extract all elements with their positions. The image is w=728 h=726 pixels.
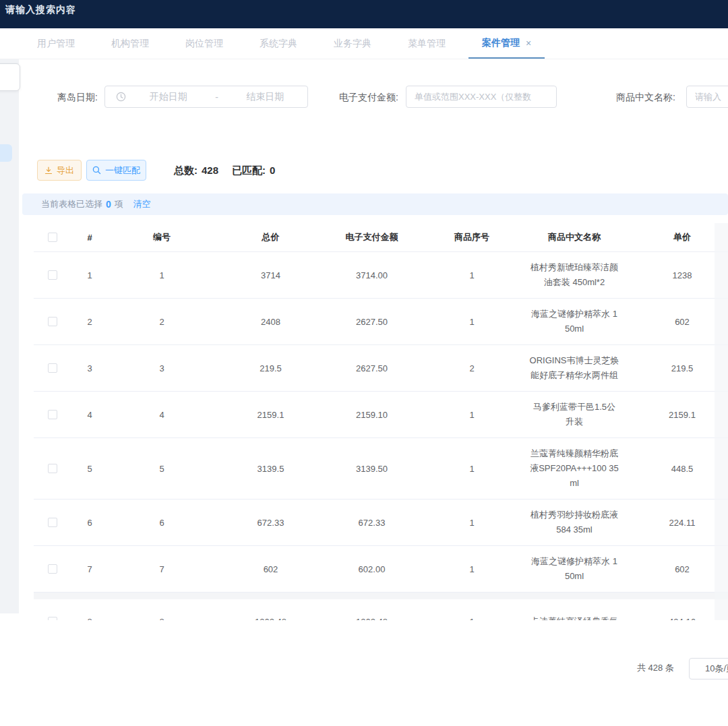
cell-index: 7 bbox=[71, 564, 108, 574]
cell-seq: 1 bbox=[418, 410, 526, 420]
product-name-filter-label: 商品中文名称: bbox=[616, 92, 675, 104]
matched-value: 0 bbox=[270, 164, 275, 177]
tab-post-management[interactable]: 岗位管理 bbox=[185, 28, 223, 59]
row-checkbox[interactable] bbox=[48, 464, 57, 473]
cell-total: 2159.1 bbox=[216, 410, 326, 420]
cell-product-name: ORIGINS韦博士灵芝焕能好底子精华水两件组 bbox=[529, 353, 619, 383]
cell-epay: 3139.50 bbox=[326, 464, 418, 474]
cell-epay: 672.33 bbox=[326, 518, 418, 528]
table-row: 4 4 2159.1 2159.10 1 马爹利蓝带干邑1.5公升装 2159.… bbox=[34, 392, 728, 438]
cell-unit-price: 602 bbox=[623, 564, 728, 574]
col-header-name: 商品中文名称 bbox=[526, 223, 623, 251]
table-body: 1 1 3714 3714.00 1 植村秀新琥珀臻萃洁颜油套装 450ml*2… bbox=[34, 252, 728, 620]
global-search-input[interactable]: 请输入搜索内容 bbox=[5, 4, 76, 16]
col-header-unit: 单价 bbox=[623, 231, 728, 243]
table-row: 2 2 2408 2627.50 1 海蓝之谜修护精萃水 150ml 602 bbox=[34, 299, 728, 345]
tab-case-management[interactable]: 案件管理 × bbox=[468, 28, 545, 59]
row-checkbox[interactable] bbox=[48, 617, 57, 620]
table-header-row: # 编号 总价 电子支付金额 商品序号 商品中文名称 单价 bbox=[34, 223, 728, 252]
total-label: 总数: bbox=[174, 164, 198, 177]
cell-unit-price: 1238 bbox=[623, 270, 728, 280]
row-checkbox[interactable] bbox=[48, 317, 57, 326]
epay-amount-input[interactable] bbox=[406, 86, 557, 108]
tab-case-management-label: 案件管理 bbox=[482, 37, 520, 49]
cell-epay: 2627.50 bbox=[326, 317, 418, 327]
cell-code: 1 bbox=[108, 270, 216, 280]
date-range-picker[interactable]: 开始日期 - 结束日期 bbox=[104, 86, 308, 108]
selection-count: 0 bbox=[106, 199, 111, 210]
cell-unit-price: 2159.1 bbox=[623, 410, 728, 420]
row-checkbox[interactable] bbox=[48, 270, 57, 280]
left-gutter bbox=[0, 59, 19, 613]
cell-code: 6 bbox=[108, 518, 216, 528]
clock-icon bbox=[116, 92, 126, 102]
cell-index: 4 bbox=[71, 410, 108, 420]
tab-org-management[interactable]: 机构管理 bbox=[111, 28, 149, 59]
cell-code: 3 bbox=[108, 363, 216, 373]
table-scroll-gap bbox=[34, 593, 728, 599]
collapsed-panel-fragment bbox=[0, 63, 20, 91]
cell-total: 602 bbox=[216, 564, 326, 574]
match-counts: 总数: 428 已匹配: 0 bbox=[174, 164, 275, 177]
table-row: 7 7 602 602.00 1 海蓝之谜修护精萃水 150ml 602 bbox=[34, 546, 728, 593]
date-separator: - bbox=[211, 92, 223, 102]
clear-selection-link[interactable]: 清空 bbox=[133, 198, 151, 210]
table-row: 1 1 3714 3714.00 1 植村秀新琥珀臻萃洁颜油套装 450ml*2… bbox=[34, 252, 728, 299]
cell-code: 7 bbox=[108, 564, 216, 574]
cell-total: 3139.5 bbox=[216, 464, 326, 474]
cell-epay: 602.00 bbox=[326, 564, 418, 574]
top-header-bar: 请输入搜索内容 bbox=[0, 0, 728, 28]
cell-product-name: 海蓝之谜修护精萃水 150ml bbox=[529, 307, 619, 336]
table-row: 5 5 3139.5 3139.50 1 兰蔻菁纯臻颜精华粉底液SPF20PA+… bbox=[34, 438, 728, 500]
close-icon[interactable]: × bbox=[526, 38, 531, 48]
cell-seq: 1 bbox=[418, 317, 526, 327]
cell-total: 1302.48 bbox=[216, 617, 326, 621]
epay-filter-label: 电子支付金额: bbox=[339, 92, 398, 104]
tab-system-dict[interactable]: 系统字典 bbox=[260, 28, 297, 59]
cell-code: 2 bbox=[108, 317, 216, 327]
cell-unit-price: 219.5 bbox=[623, 363, 728, 373]
edge-button-fragment[interactable] bbox=[0, 144, 12, 162]
row-checkbox[interactable] bbox=[48, 363, 57, 373]
cell-product-name: 卡诗菁纯亮泽经典香氛 bbox=[529, 614, 619, 620]
one-click-match-button[interactable]: 一键匹配 bbox=[86, 160, 146, 181]
tab-bar: 用户管理 机构管理 岗位管理 系统字典 业务字典 菜单管理 案件管理 × bbox=[0, 28, 728, 59]
row-checkbox[interactable] bbox=[48, 518, 57, 527]
cell-epay: 2627.50 bbox=[326, 363, 418, 373]
cell-product-name: 兰蔻菁纯臻颜精华粉底液SPF20PA+++100 35 ml bbox=[529, 446, 619, 491]
export-button-label: 导出 bbox=[57, 164, 74, 177]
table-row: 6 6 672.33 672.33 1 植村秀羽纱持妆粉底液 584 35ml … bbox=[34, 500, 728, 546]
cell-unit-price: 602 bbox=[623, 317, 728, 327]
tab-business-dict[interactable]: 业务字典 bbox=[334, 28, 371, 59]
cell-total: 219.5 bbox=[216, 363, 326, 373]
app-window: 请输入搜索内容 用户管理 机构管理 岗位管理 系统字典 业务字典 菜单管理 案件… bbox=[0, 0, 728, 726]
cell-unit-price: 434.16 bbox=[623, 617, 728, 621]
product-name-input[interactable] bbox=[686, 86, 728, 108]
cell-index: 3 bbox=[71, 363, 108, 373]
cell-epay: 2159.10 bbox=[326, 410, 418, 420]
table-row: 3 3 219.5 2627.50 2 ORIGINS韦博士灵芝焕能好底子精华水… bbox=[34, 345, 728, 392]
cell-seq: 1 bbox=[418, 564, 526, 574]
col-header-epay: 电子支付金额 bbox=[326, 231, 418, 243]
total-value: 428 bbox=[202, 164, 218, 177]
pagination-total: 共 428 条 bbox=[637, 662, 674, 674]
match-button-label: 一键匹配 bbox=[105, 164, 140, 177]
row-checkbox[interactable] bbox=[48, 564, 57, 574]
search-icon bbox=[92, 166, 101, 175]
row-checkbox[interactable] bbox=[48, 410, 57, 419]
export-button[interactable]: 导出 bbox=[37, 160, 82, 181]
page-size-select[interactable]: 10条/页 bbox=[689, 658, 728, 679]
cell-total: 3714 bbox=[216, 270, 326, 280]
col-header-index: # bbox=[71, 233, 108, 243]
cell-seq: 1 bbox=[418, 464, 526, 474]
cell-code: 4 bbox=[108, 410, 216, 420]
cell-index: 6 bbox=[71, 518, 108, 528]
select-all-checkbox[interactable] bbox=[48, 233, 57, 242]
tab-menu-management[interactable]: 菜单管理 bbox=[408, 28, 446, 59]
cell-epay: 3714.00 bbox=[326, 270, 418, 280]
cell-epay: 1302.48 bbox=[326, 617, 418, 621]
cell-product-name: 海蓝之谜修护精萃水 150ml bbox=[529, 554, 619, 584]
selection-suffix: 项 bbox=[115, 198, 123, 210]
tab-user-management[interactable]: 用户管理 bbox=[37, 28, 75, 59]
cell-index: 1 bbox=[71, 270, 108, 280]
